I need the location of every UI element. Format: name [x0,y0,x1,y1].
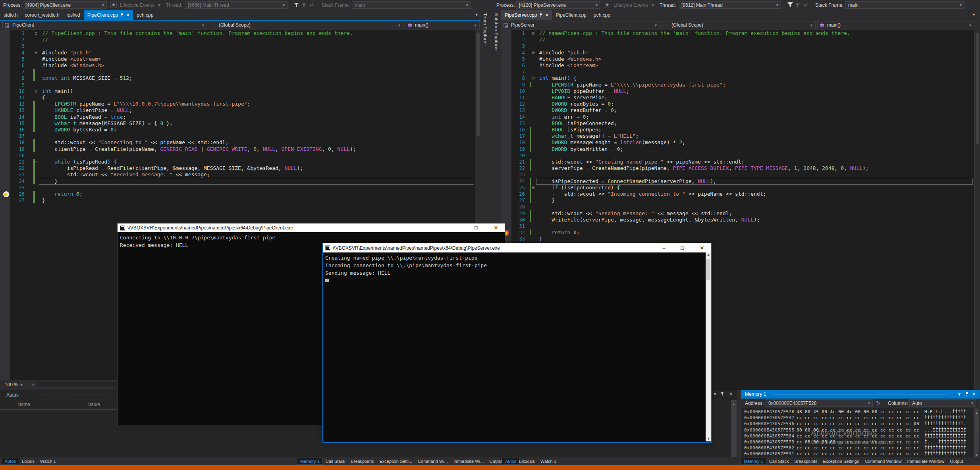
code-line-13[interactable]: HANDLE clientPipe = NULL; [42,107,132,114]
tab-pch.cpp[interactable]: pch.cpp [590,10,614,20]
lifecycle-events-button[interactable]: Lifecycle Events [613,2,648,8]
code-line-16[interactable]: DWORD bytesRead = 0; [42,127,117,133]
code-line-33[interactable]: } [539,236,542,242]
code-line-8[interactable]: const int MESSAGE_SIZE = 512; [42,75,132,81]
code-line-10[interactable]: int main() [42,88,73,94]
code-line-27[interactable]: } [42,197,45,204]
tab-PipeClient.cpp[interactable]: PipeClient.cpp✕ [84,10,133,20]
warning-breakpoint-icon[interactable] [3,191,9,197]
code-line-18[interactable]: DWORD messageLenght = lstrlen(message) *… [539,139,685,146]
autos-value-column-header[interactable]: Value [88,402,100,407]
dock-tab-Locals[interactable]: Locals [519,458,538,465]
project-dropdown[interactable]: PipeClient▼ [2,21,207,29]
close-icon[interactable]: ✕ [729,391,733,397]
filter-small-icon[interactable] [795,3,800,8]
code-line-12[interactable]: LPCWSTR pipeName = L"\\\\10.0.0.7\\pipe\… [42,101,250,107]
code-line-5[interactable]: #include <Windows.h> [539,56,602,62]
address-input[interactable]: 0x000000E43057F528▼ [766,399,873,407]
code-line-13[interactable]: DWORD readBuffer = 0; [539,107,617,114]
tab-PipeClient.cpp[interactable]: PipeClient.cpp [552,10,590,20]
memory-row[interactable]: 0x000000E43057F582cc cc cc cc cc cc cc c… [744,445,966,451]
dock-tab-Memory 1[interactable]: Memory 1 [741,458,766,465]
columns-dropdown[interactable]: Auto▼ [909,399,976,407]
code-line-6[interactable]: #include <Windows.h> [42,62,104,69]
fold-marker[interactable]: ⊟ [532,50,534,56]
filter-small-icon[interactable] [302,3,306,8]
editor-zoom-dropdown[interactable]: 100 % ▼ [5,382,23,387]
refresh-icon[interactable]: ↻ [876,400,881,406]
dock-tab-Watch 1[interactable]: Watch 1 [538,458,559,465]
member-dropdown[interactable]: main()▼ [817,21,974,29]
pin-icon[interactable] [120,13,123,17]
solution-explorer-side-tab[interactable]: Solution Explorer [494,13,499,51]
fold-marker[interactable]: ⊟ [35,88,37,94]
breakpoint-margin-left[interactable] [0,30,10,380]
tab-overflow-icon[interactable]: ▼ [475,13,478,17]
code-line-14[interactable]: int err = 0; [539,114,589,120]
dock-tab-Locals[interactable]: Locals [19,458,37,465]
code-line-2[interactable]: // [42,37,48,43]
dock-tab-Call Stack[interactable]: Call Stack [323,458,348,465]
memory-vscrollbar[interactable]: ▲ ▼ [974,408,979,457]
dock-tab-Immediate Window[interactable]: Immediate Window [905,458,947,465]
tab-corecrt_wstdio.h[interactable]: corecrt_wstdio.h [21,10,63,20]
dock-tab-Command Wi...[interactable]: Command Wi... [415,458,451,465]
chevron-down-icon[interactable]: ▼ [957,390,961,399]
dock-tab-Autos[interactable]: Autos [502,458,519,465]
code-line-26[interactable]: return 0; [42,191,83,197]
code-line-10[interactable]: LPVOID pipeBuffer = NULL; [539,88,629,94]
tab-overflow-icon[interactable]: ▼ [972,13,976,17]
close-icon[interactable]: ✕ [545,10,548,20]
code-line-32[interactable]: return 0; [539,229,580,236]
code-line-17[interactable]: wchar_t message[] = L"HELL"; [539,133,639,139]
memory-row[interactable]: 0x000000E43057F546cc cc cc cc cc cc cc c… [744,421,966,426]
code-line-19[interactable]: clientPipe = CreateFile(pipeName, GENERI… [42,146,356,152]
code-line-4[interactable]: #include "pch.h" [539,50,589,56]
code-line-21[interactable]: std::wcout << "Creating named pipe " << … [539,159,745,165]
console-titlebar[interactable]: \\VBOXSVR\Experiments\namedPipes\namedPi… [118,223,505,232]
pin-icon[interactable] [721,391,724,396]
dock-tab-Breakpoints[interactable]: Breakpoints [791,458,820,465]
toggle-flagged-threads-icon[interactable]: ⇄ [803,2,807,8]
close-icon[interactable]: ✕ [126,10,129,20]
hscroll-left-arrow-icon[interactable]: ◂ [32,382,34,387]
pin-icon[interactable] [965,392,968,397]
code-line-11[interactable]: { [42,94,45,101]
scope-dropdown[interactable]: (Global Scope)▼ [662,21,816,29]
lifecycle-events-icon[interactable] [110,2,117,8]
member-dropdown[interactable]: main()▼ [405,21,480,29]
code-line-23[interactable]: std::wcout << "Received message: " << me… [42,171,210,178]
minimize-button[interactable]: – [453,223,465,232]
code-line-25[interactable]: if (isPipeConnected) { [539,185,620,191]
code-line-27[interactable]: } [539,197,555,204]
process-dropdown[interactable]: [4984] PipeClient.exe▼ [23,1,107,9]
code-line-19[interactable]: DWORD bytesWritten = 0; [539,146,623,152]
toolbar-overflow-icon[interactable]: ⌄ [968,3,972,7]
memory-row[interactable]: 0x000000E43057F591cc cc cc cc cc cc cc c… [744,451,966,457]
minimize-button[interactable]: – [658,243,670,252]
console-vscrollbar[interactable]: ▲ ▼ [706,252,711,441]
code-line-15[interactable]: wchar_t message[MESSAGE_SIZE] = { 0 }; [42,120,173,127]
autos-name-column-header[interactable]: Name [17,402,30,407]
dock-tab-Output[interactable]: Output [947,458,966,465]
fold-marker[interactable]: ⊟ [35,30,37,37]
fold-marker[interactable]: ⊟ [532,30,534,37]
code-line-2[interactable]: // [539,37,546,43]
code-line-1[interactable]: // namedPipes.cpp : This file contains t… [539,30,850,37]
fold-marker[interactable]: ⊟ [532,75,534,81]
maximize-button[interactable]: □ [470,223,482,232]
thread-dropdown[interactable]: [9612] Main Thread▼ [679,1,781,9]
scope-dropdown[interactable]: (Global Scope)▼ [209,21,403,29]
code-line-16[interactable]: BOOL isPipeOpen; [539,127,602,133]
code-line-22[interactable]: serverPipe = CreateNamedPipe(pipeName, P… [539,165,869,171]
code-line-5[interactable]: #include <iostream> [42,56,101,62]
team-explorer-side-tab[interactable]: Team Explorer [483,13,488,45]
code-line-4[interactable]: #include "pch.h" [42,50,92,56]
code-line-26[interactable]: std::wcout << "Incoming connection to " … [539,191,766,197]
code-line-1[interactable]: // PipeClient.cpp : This file contains t… [42,30,353,37]
toolbar-overflow-icon[interactable]: ⌄ [475,3,478,7]
stack-frame-dropdown[interactable]: main▼ [352,1,471,9]
console-window-pipeserver[interactable]: \\VBOXSVR\Experiments\namedPipes\namedPi… [322,243,712,443]
close-button[interactable]: ✕ [696,243,708,252]
dock-tab-Immediate Wi...[interactable]: Immediate Wi... [451,458,486,465]
